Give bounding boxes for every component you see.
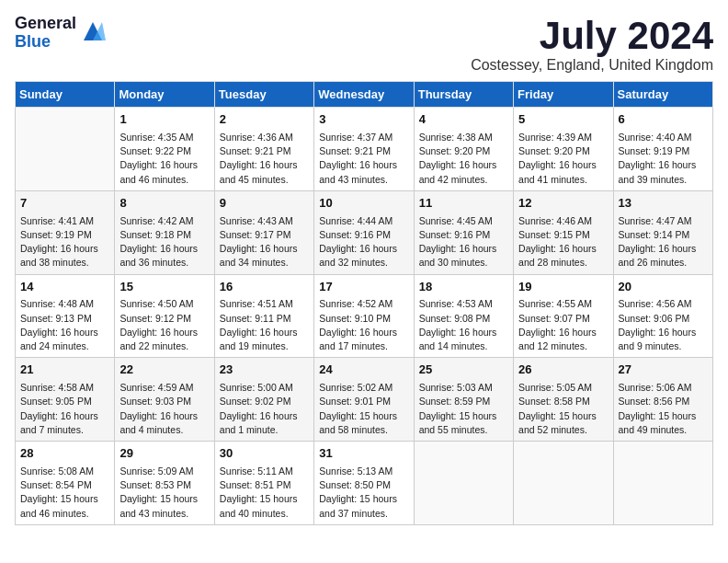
day-number: 23 [220, 362, 309, 379]
cell-content: 19Sunrise: 4:55 AMSunset: 9:07 PMDayligh… [518, 279, 608, 354]
day-number: 10 [319, 195, 408, 213]
calendar-cell: 15Sunrise: 4:50 AMSunset: 9:12 PMDayligh… [115, 274, 214, 358]
sunset-text: Sunset: 9:22 PM [119, 144, 209, 158]
sunrise-text: Sunrise: 4:47 AM [619, 214, 708, 228]
sunrise-text: Sunrise: 4:46 AM [518, 214, 608, 228]
sunset-text: Sunset: 8:51 PM [220, 478, 309, 492]
calendar-cell: 12Sunrise: 4:46 AMSunset: 9:15 PMDayligh… [514, 190, 613, 274]
header-friday: Friday [514, 82, 613, 108]
header-wednesday: Wednesday [314, 82, 414, 108]
daylight-text: Daylight: 16 hours and 38 minutes. [20, 242, 109, 270]
sunset-text: Sunset: 9:03 PM [119, 395, 209, 408]
logo-general-text: General [15, 15, 76, 33]
calendar-cell: 13Sunrise: 4:47 AMSunset: 9:14 PMDayligh… [613, 190, 712, 274]
daylight-text: Daylight: 16 hours and 34 minutes. [220, 242, 309, 270]
cell-content: 30Sunrise: 5:11 AMSunset: 8:51 PMDayligh… [220, 445, 309, 521]
cell-content: 13Sunrise: 4:47 AMSunset: 9:14 PMDayligh… [619, 195, 708, 270]
day-number: 30 [220, 445, 309, 463]
daylight-text: Daylight: 16 hours and 36 minutes. [119, 242, 209, 270]
cell-content: 3Sunrise: 4:37 AMSunset: 9:21 PMDaylight… [319, 111, 408, 187]
sunrise-text: Sunrise: 4:58 AM [20, 381, 109, 395]
calendar-cell: 30Sunrise: 5:11 AMSunset: 8:51 PMDayligh… [214, 442, 313, 525]
calendar-week-row: 1Sunrise: 4:35 AMSunset: 9:22 PMDaylight… [16, 108, 713, 191]
sunrise-text: Sunrise: 4:37 AM [319, 131, 408, 144]
cell-content: 5Sunrise: 4:39 AMSunset: 9:20 PMDaylight… [518, 111, 608, 187]
calendar-week-row: 28Sunrise: 5:08 AMSunset: 8:54 PMDayligh… [16, 442, 713, 525]
cell-content: 6Sunrise: 4:40 AMSunset: 9:19 PMDaylight… [619, 111, 708, 187]
sunset-text: Sunset: 9:21 PM [319, 144, 408, 158]
daylight-text: Daylight: 16 hours and 43 minutes. [319, 158, 408, 186]
calendar-cell [414, 442, 513, 525]
day-number: 18 [419, 279, 508, 296]
day-number: 12 [518, 195, 608, 213]
day-number: 25 [419, 362, 508, 379]
day-number: 29 [119, 445, 209, 463]
calendar-cell: 22Sunrise: 4:59 AMSunset: 9:03 PMDayligh… [115, 358, 214, 442]
calendar-cell [514, 442, 613, 525]
daylight-text: Daylight: 16 hours and 46 minutes. [119, 158, 209, 186]
day-number: 6 [619, 111, 708, 129]
cell-content: 1Sunrise: 4:35 AMSunset: 9:22 PMDaylight… [119, 111, 209, 187]
logo-blue-text: Blue [15, 33, 76, 52]
calendar-week-row: 21Sunrise: 4:58 AMSunset: 9:05 PMDayligh… [16, 358, 713, 442]
day-number: 31 [319, 445, 408, 463]
header-saturday: Saturday [613, 82, 712, 108]
daylight-text: Daylight: 16 hours and 22 minutes. [119, 326, 209, 353]
cell-content: 16Sunrise: 4:51 AMSunset: 9:11 PMDayligh… [220, 279, 309, 354]
sunset-text: Sunset: 9:16 PM [319, 228, 408, 242]
sunset-text: Sunset: 9:19 PM [20, 228, 109, 242]
day-number: 11 [419, 195, 508, 213]
sunrise-text: Sunrise: 5:05 AM [518, 381, 608, 395]
sunset-text: Sunset: 9:20 PM [518, 144, 608, 158]
day-number: 27 [619, 362, 708, 379]
sunrise-text: Sunrise: 4:40 AM [619, 131, 708, 144]
day-number: 1 [119, 111, 209, 129]
sunrise-text: Sunrise: 4:56 AM [619, 297, 708, 311]
day-number: 22 [119, 362, 209, 379]
sunrise-text: Sunrise: 5:02 AM [319, 381, 408, 395]
sunrise-text: Sunrise: 4:41 AM [20, 214, 109, 228]
sunrise-text: Sunrise: 4:55 AM [518, 297, 608, 311]
sunrise-text: Sunrise: 4:38 AM [419, 131, 508, 144]
header-sunday: Sunday [16, 82, 115, 108]
sunset-text: Sunset: 9:02 PM [220, 395, 309, 408]
day-number: 5 [518, 111, 608, 129]
cell-content: 11Sunrise: 4:45 AMSunset: 9:16 PMDayligh… [419, 195, 508, 270]
logo: General Blue [15, 15, 106, 52]
sunrise-text: Sunrise: 5:08 AM [20, 465, 109, 478]
sunset-text: Sunset: 9:13 PM [20, 312, 109, 326]
sunset-text: Sunset: 8:53 PM [119, 478, 209, 492]
header-thursday: Thursday [414, 82, 513, 108]
sunset-text: Sunset: 9:07 PM [518, 312, 608, 326]
daylight-text: Daylight: 15 hours and 43 minutes. [119, 492, 209, 520]
calendar-cell: 11Sunrise: 4:45 AMSunset: 9:16 PMDayligh… [414, 190, 513, 274]
calendar-cell: 26Sunrise: 5:05 AMSunset: 8:58 PMDayligh… [514, 358, 613, 442]
sunset-text: Sunset: 9:05 PM [20, 395, 109, 408]
cell-content: 10Sunrise: 4:44 AMSunset: 9:16 PMDayligh… [319, 195, 408, 270]
day-number: 20 [619, 279, 708, 296]
daylight-text: Daylight: 16 hours and 30 minutes. [419, 242, 508, 270]
calendar-cell: 16Sunrise: 4:51 AMSunset: 9:11 PMDayligh… [214, 274, 313, 358]
sunrise-text: Sunrise: 4:35 AM [119, 131, 209, 144]
calendar-cell: 4Sunrise: 4:38 AMSunset: 9:20 PMDaylight… [414, 108, 513, 191]
sunset-text: Sunset: 8:50 PM [319, 478, 408, 492]
cell-content: 20Sunrise: 4:56 AMSunset: 9:06 PMDayligh… [619, 279, 708, 354]
day-number: 7 [20, 195, 109, 213]
sunrise-text: Sunrise: 4:39 AM [518, 131, 608, 144]
daylight-text: Daylight: 16 hours and 28 minutes. [518, 242, 608, 270]
daylight-text: Daylight: 16 hours and 19 minutes. [220, 326, 309, 353]
daylight-text: Daylight: 15 hours and 49 minutes. [619, 409, 708, 437]
sunrise-text: Sunrise: 4:52 AM [319, 297, 408, 311]
day-number: 15 [119, 279, 209, 296]
sunrise-text: Sunrise: 5:11 AM [220, 465, 309, 478]
calendar-cell: 14Sunrise: 4:48 AMSunset: 9:13 PMDayligh… [16, 274, 115, 358]
daylight-text: Daylight: 16 hours and 12 minutes. [518, 326, 608, 353]
daylight-text: Daylight: 16 hours and 32 minutes. [319, 242, 408, 270]
day-number: 26 [518, 362, 608, 379]
cell-content: 27Sunrise: 5:06 AMSunset: 8:56 PMDayligh… [619, 362, 708, 437]
daylight-text: Daylight: 16 hours and 42 minutes. [419, 158, 508, 186]
sunrise-text: Sunrise: 4:53 AM [419, 297, 508, 311]
sunset-text: Sunset: 8:54 PM [20, 478, 109, 492]
calendar-cell: 17Sunrise: 4:52 AMSunset: 9:10 PMDayligh… [314, 274, 414, 358]
cell-content: 15Sunrise: 4:50 AMSunset: 9:12 PMDayligh… [119, 279, 209, 354]
